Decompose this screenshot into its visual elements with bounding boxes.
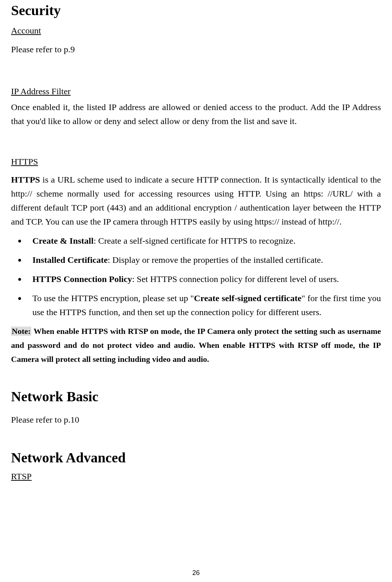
ip-filter-subheading: IP Address Filter: [11, 56, 381, 100]
document-page: Security Account Please refer to p.9 IP …: [0, 0, 392, 482]
https-intro-rest: is a URL scheme used to indicate a secur…: [11, 175, 381, 226]
note-rest: When enable HTTPS with RTSP on mode, the…: [11, 327, 381, 364]
https-note: Note: When enable HTTPS with RTSP on mod…: [11, 324, 381, 366]
bullet-strong: HTTPS Connection Policy: [32, 274, 132, 284]
account-subheading: Account: [11, 26, 381, 42]
bullet-conn-policy: HTTPS Connection Policy: Set HTTPS conne…: [11, 272, 381, 286]
note-label: Note:: [11, 327, 31, 336]
https-bullet-list: Create & Install: Create a self-signed c…: [11, 234, 381, 319]
bullet-rest: : Set HTTPS connection policy for differ…: [132, 274, 339, 284]
bullet-strong: Create self-signed certificate: [194, 293, 301, 303]
bullet-rest: : Display or remove the properties of th…: [108, 255, 323, 265]
page-number: 26: [0, 569, 392, 577]
bullet-usage: To use the HTTPS encryption, please set …: [11, 291, 381, 319]
account-text: Please refer to p.9: [11, 42, 381, 56]
https-intro: HTTPS is a URL scheme used to indicate a…: [11, 173, 381, 229]
bullet-strong: Installed Certificate: [32, 255, 108, 265]
ip-filter-text: Once enabled it, the listed IP address a…: [11, 100, 381, 128]
bullet-rest: : Create a self-signed certificate for H…: [93, 236, 295, 246]
https-subheading: HTTPS: [11, 128, 381, 173]
rtsp-subheading: RTSP: [11, 472, 381, 482]
bullet-create-install: Create & Install: Create a self-signed c…: [11, 234, 381, 248]
bullet-installed-cert: Installed Certificate: Display or remove…: [11, 253, 381, 267]
network-advanced-heading: Network Advanced: [11, 427, 381, 472]
security-heading: Security: [11, 0, 381, 26]
network-basic-heading: Network Basic: [11, 366, 381, 413]
bullet-pre: To use the HTTPS encryption, please set …: [32, 293, 194, 303]
https-intro-strong: HTTPS: [11, 175, 40, 184]
bullet-strong: Create & Install: [32, 236, 93, 246]
network-basic-text: Please refer to p.10: [11, 413, 381, 427]
